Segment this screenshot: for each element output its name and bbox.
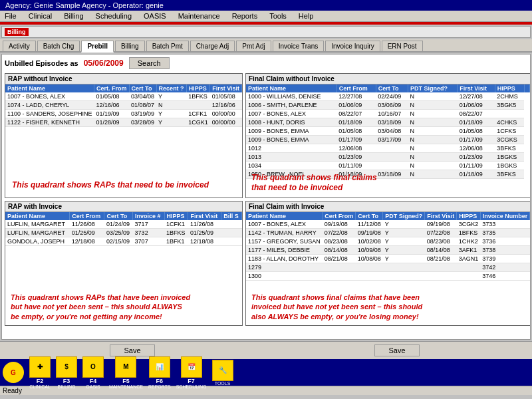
col-first-visit: First Visit — [425, 212, 457, 220]
table-row[interactable]: 1009 - BONES, EMMA01/05/0803/04/08N01/05… — [246, 127, 530, 136]
billing-header: Billing — [1, 26, 531, 38]
table-row[interactable]: 1177 - MILES, DEBBIE08/14/0810/09/08Y08/… — [246, 246, 530, 255]
status-bar: Ready — [0, 386, 532, 395]
table-row[interactable]: 12793742 — [246, 263, 530, 272]
table-row[interactable]: LUFLIN, MARGARET11/26/0801/24/0937171CFK… — [5, 220, 242, 229]
col-cert-to: Cert To — [104, 212, 133, 220]
menu-oasis[interactable]: OASIS — [142, 11, 168, 21]
table-row[interactable]: 1157 - GREGORY, SUSAN08/23/0810/02/08Y08… — [246, 237, 530, 246]
tool-f3[interactable]: $ F3 BILLING — [56, 356, 77, 389]
table-row[interactable]: 101301/23/09N01/23/091BGKS — [246, 153, 530, 162]
menu-clinical[interactable]: Clinical — [27, 11, 54, 21]
col-hipps: HIPPS — [186, 84, 210, 92]
col-hipps: HIPPS — [164, 212, 188, 220]
table-row[interactable]: 1007 - BONES, ALEX09/19/0811/12/08Y09/19… — [246, 220, 530, 229]
right-save: Save — [265, 344, 529, 356]
menu-tools[interactable]: Tools — [267, 11, 289, 21]
table-row[interactable]: 1000 - WILLIAMS, DENISE12/27/0802/24/09N… — [246, 92, 530, 101]
logo-icon: G — [3, 362, 24, 383]
unbilled-date: 05/06/2009 — [84, 59, 124, 68]
col-cert-to: Cert To — [356, 212, 383, 220]
right-column: Final Claim without Invoice Patient Name… — [245, 73, 531, 326]
tab-bar: Activity Batch Chg Prebill Billing Batch… — [0, 39, 532, 53]
col-invoice-number: Invoice Number — [480, 212, 530, 220]
bottom-toolbar: G ✚ F2 CLINICAL $ F3 BILLING O F4 OASIS … — [0, 359, 532, 386]
save-row: Save Save — [0, 341, 532, 359]
table-row[interactable]: 103401/11/09N01/11/091BGKS — [246, 162, 530, 170]
menu-bar: File Clinical Billing Scheduling OASIS M… — [0, 11, 532, 22]
tab-charge-adj[interactable]: Charge Adj — [190, 41, 235, 51]
save-button-left[interactable]: Save — [110, 344, 154, 356]
rap-without-invoice-table: Patient Name Cert. From Cert To Recent ?… — [5, 84, 242, 127]
final-claim-without-invoice-title: Final Claim without Invoice — [246, 74, 530, 84]
tool-f7[interactable]: 📅 F7 SCHEDULING — [176, 356, 207, 389]
save-button-right[interactable]: Save — [374, 344, 419, 356]
menu-maintenance[interactable]: Maintenance — [176, 11, 222, 21]
rap-without-invoice-quadrant: RAP without Invoice Patient Name Cert. F… — [5, 73, 243, 198]
rap-with-invoice-quadrant: RAP with Invoice Patient Name Cert From … — [5, 201, 243, 326]
menu-billing[interactable]: Billing — [62, 11, 85, 21]
tool-f4[interactable]: O F4 OASIS — [82, 356, 104, 389]
col-extra — [524, 84, 529, 92]
col-cert-from: Cert From — [70, 212, 104, 220]
status-text: Ready — [3, 387, 22, 394]
tab-ern-post[interactable]: ERN Post — [382, 41, 423, 51]
tab-pmt-adj[interactable]: Pmt Adj — [236, 41, 271, 51]
col-patient-name: Patient Name — [246, 84, 336, 92]
tab-batch-chg[interactable]: Batch Chg — [37, 41, 80, 51]
rap-with-invoice-table: Patient Name Cert From Cert To Invoice #… — [5, 212, 242, 246]
two-col-layout: RAP without Invoice Patient Name Cert. F… — [5, 73, 527, 326]
rap-without-invoice-title: RAP without Invoice — [5, 74, 242, 84]
col-cert-to: Cert To — [129, 84, 156, 92]
table-row[interactable]: 1050 - BREW...NOEL01/18/0903/18/09N01/18… — [246, 170, 530, 179]
menu-help[interactable]: Help — [297, 11, 316, 21]
col-invoice: Invoice # — [133, 212, 164, 220]
tab-prebill[interactable]: Prebill — [81, 41, 114, 53]
title-text: Agency: Genie Sample Agency - Operator: … — [5, 1, 164, 9]
table-row[interactable]: 1007 - BONES, ALEX08/22/0710/16/07N08/22… — [246, 110, 530, 118]
tool-tools[interactable]: 🔧 TOOLS — [212, 360, 233, 386]
table-row[interactable]: 1122 - FISHER, KENNETH01/28/0903/28/09Y1… — [5, 118, 242, 127]
left-save: Save — [3, 344, 262, 356]
table-row[interactable]: 1007 - BONES, ALEX01/05/0803/04/08Y1BFKS… — [5, 92, 242, 101]
col-first-visit: First Visit — [210, 84, 242, 92]
table-row[interactable]: LUFLIN, MARGARET01/25/0903/25/0937321BFK… — [5, 229, 242, 237]
col-recent: Recent ? — [156, 84, 186, 92]
tab-activity[interactable]: Activity — [3, 41, 36, 51]
tab-billing[interactable]: Billing — [115, 41, 145, 51]
table-row[interactable]: 1009 - BONES, EMMA01/17/0903/17/09N01/17… — [246, 136, 530, 144]
accent-bar — [0, 22, 532, 25]
final-claim-with-invoice-title: Final Claim with Invoice — [246, 201, 530, 212]
col-cert-from: Cert. From — [94, 84, 130, 92]
tab-invoice-trans[interactable]: Invoice Trans — [273, 41, 324, 51]
table-row[interactable]: GONDOLA, JOSEPH12/18/0802/15/0937071BFK1… — [5, 237, 242, 246]
menu-reports[interactable]: Reports — [230, 11, 260, 21]
tab-batch-pmt[interactable]: Batch Pmt — [146, 41, 189, 51]
table-row[interactable]: 1183 - ALLAN, DOROTHY08/21/0810/08/08Y08… — [246, 255, 530, 263]
col-patient-name: Patient Name — [5, 212, 70, 220]
tool-f2[interactable]: ✚ F2 CLINICAL — [29, 356, 51, 389]
menu-file[interactable]: File — [3, 11, 19, 21]
final-claim-with-invoice-quadrant: Final Claim with Invoice Patient Name Ce… — [245, 201, 531, 326]
col-hipps: HIPPS — [457, 212, 481, 220]
col-cert-to: Cert To — [376, 84, 408, 92]
table-row[interactable]: 13003746 — [246, 272, 530, 281]
tool-f5[interactable]: M F5 MAINTENANCE — [109, 356, 143, 389]
table-row[interactable]: 1008 - HUNT, DORIS01/18/0903/18/09N01/18… — [246, 118, 530, 127]
table-row[interactable]: 1074 - LADD, CHERYL12/16/0601/08/07N12/1… — [5, 101, 242, 110]
search-button[interactable]: Search — [129, 57, 170, 69]
tab-invoice-inquiry[interactable]: Invoice Inquiry — [325, 41, 380, 51]
col-cert-from: Cert From — [336, 84, 376, 92]
col-pdt-signed: PDT Signed? — [383, 212, 425, 220]
table-row[interactable]: 1100 - SANDERS, JOSEPHINE01/19/0903/19/0… — [5, 110, 242, 118]
col-patient-name: Patient Name — [5, 84, 94, 92]
col-pdt-signed: PDT Signed? — [408, 84, 458, 92]
tool-f6[interactable]: 📊 F6 REPORTS — [148, 356, 171, 389]
table-row[interactable]: 1006 - SMITH, DARLENE01/06/0903/06/09N01… — [246, 101, 530, 110]
main-content: Unbilled Episodes as 05/06/2009 Search R… — [1, 54, 531, 340]
menu-scheduling[interactable]: Scheduling — [94, 11, 134, 21]
table-row[interactable]: 101212/06/08N12/06/083BFKS — [246, 144, 530, 153]
billing-icon: Billing — [5, 28, 29, 36]
final-claim-with-invoice-table: Patient Name Cert From Cert To PDT Signe… — [246, 212, 530, 281]
table-row[interactable]: 1142 - TRUMAN, HARRY07/22/0809/19/08Y07/… — [246, 229, 530, 237]
